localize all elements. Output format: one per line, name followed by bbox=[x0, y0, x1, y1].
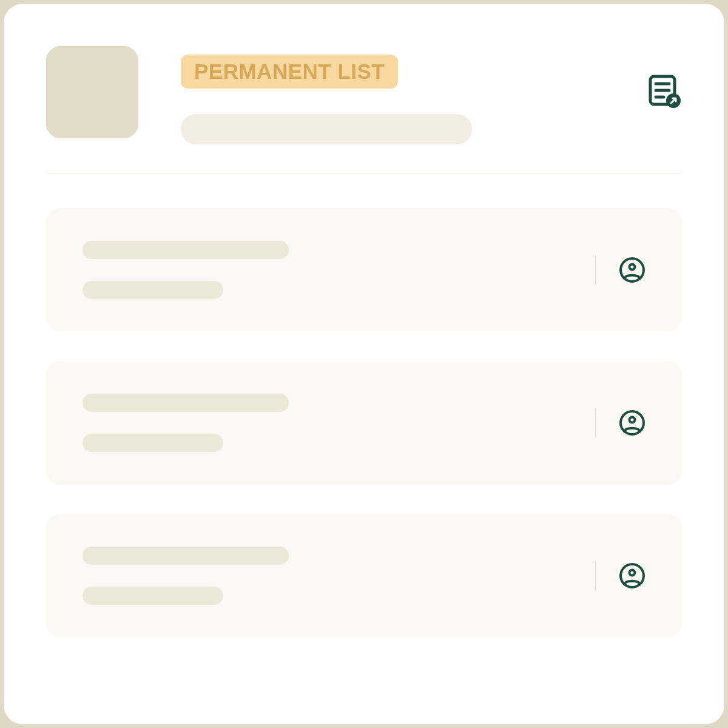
list-thumbnail bbox=[46, 46, 138, 138]
item-divider bbox=[595, 408, 596, 437]
header-info: PERMANENT LIST bbox=[181, 46, 604, 144]
share-list-button[interactable] bbox=[647, 46, 682, 109]
svg-point-8 bbox=[630, 417, 635, 423]
permanent-list-badge: PERMANENT LIST bbox=[181, 55, 398, 89]
list-item[interactable] bbox=[46, 514, 682, 638]
item-title-placeholder bbox=[83, 547, 289, 565]
item-user-button[interactable] bbox=[619, 562, 645, 589]
item-subtitle-placeholder bbox=[83, 434, 223, 452]
item-divider bbox=[595, 255, 596, 285]
item-user-button[interactable] bbox=[619, 257, 645, 283]
user-circle-icon bbox=[619, 410, 645, 436]
item-content bbox=[83, 241, 595, 299]
item-content bbox=[83, 394, 595, 452]
list-item[interactable] bbox=[46, 208, 682, 332]
svg-point-6 bbox=[630, 265, 635, 270]
user-circle-icon bbox=[619, 562, 645, 589]
item-divider bbox=[595, 561, 596, 590]
item-subtitle-placeholder bbox=[83, 281, 223, 299]
list-item[interactable] bbox=[46, 361, 682, 485]
list-header: PERMANENT LIST bbox=[46, 46, 682, 174]
item-title-placeholder bbox=[83, 241, 289, 259]
item-subtitle-placeholder bbox=[83, 587, 223, 605]
list-detail-card: PERMANENT LIST bbox=[4, 4, 724, 724]
list-title-placeholder bbox=[181, 114, 472, 144]
item-content bbox=[83, 547, 595, 605]
svg-point-10 bbox=[630, 570, 635, 576]
user-circle-icon bbox=[619, 257, 645, 283]
item-user-button[interactable] bbox=[619, 410, 645, 436]
item-title-placeholder bbox=[83, 394, 289, 412]
items-list bbox=[46, 208, 682, 638]
document-share-icon bbox=[647, 74, 682, 109]
